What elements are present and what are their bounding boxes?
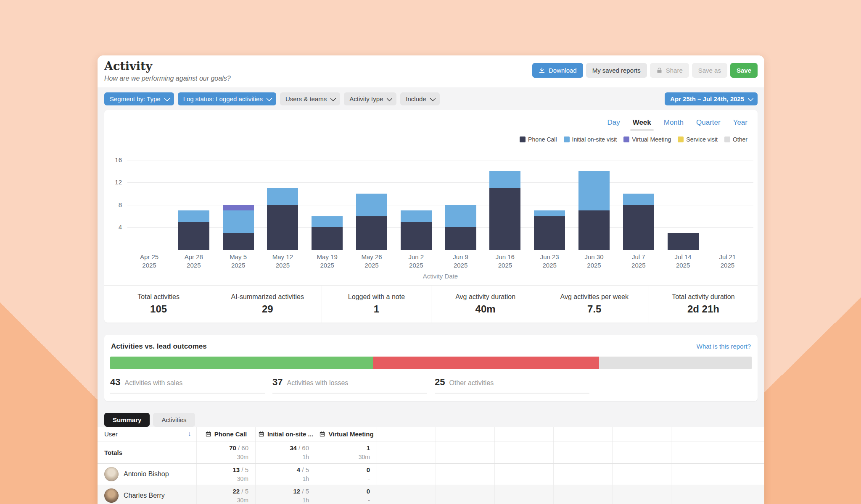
legend-label: Phone Call xyxy=(528,136,557,143)
stat-label: Avg activities per week xyxy=(560,293,629,301)
x-axis-label-year: 2025 xyxy=(127,261,172,270)
chevron-down-icon xyxy=(266,95,272,101)
bar-segment xyxy=(534,216,565,250)
x-axis-label-year: 2025 xyxy=(349,261,394,270)
filter-chip-label: Activity type xyxy=(349,95,383,102)
bar-segment xyxy=(223,233,254,250)
empty-column-header xyxy=(612,427,671,441)
stat-cell: Total activities105 xyxy=(104,286,213,323)
stat-cell: AI-summarized activities29 xyxy=(213,286,322,323)
bar-may-12[interactable] xyxy=(267,188,298,250)
metric-count: 0 xyxy=(367,488,370,495)
table-row: Charles Berry22 / 530m12 / 51h0- xyxy=(98,485,764,504)
x-axis-label-year: 2025 xyxy=(438,261,483,270)
filter-chip[interactable]: Include xyxy=(400,92,439,105)
outcomes-stat-label: Activities with losses xyxy=(287,379,348,387)
x-axis-title: Activity Date xyxy=(127,273,753,280)
empty-cell xyxy=(494,464,553,485)
x-axis-label: Jul 72025 xyxy=(616,253,661,270)
bar-segment xyxy=(178,222,209,250)
metric-top-line: 0 xyxy=(367,487,370,496)
bar-jun-2[interactable] xyxy=(401,210,432,250)
granularity-tab-week[interactable]: Week xyxy=(633,118,651,131)
outcomes-stat: 37Activities with losses xyxy=(272,377,427,394)
bar-apr-28[interactable] xyxy=(178,210,209,250)
bar-may-19[interactable] xyxy=(312,216,343,250)
empty-cell xyxy=(730,464,764,485)
x-axis-label-date: Apr 28 xyxy=(172,253,216,261)
empty-cell xyxy=(671,441,730,463)
download-icon xyxy=(539,67,545,74)
download-button[interactable]: Download xyxy=(532,63,583,78)
my-saved-reports-button[interactable]: My saved reports xyxy=(586,63,647,78)
outcomes-stats: 43Activities with sales37Activities with… xyxy=(110,377,589,394)
metric-cell: 0- xyxy=(316,464,377,485)
metric-goal: / 5 xyxy=(240,466,248,473)
metric-top-line: 34 / 60 xyxy=(290,444,309,453)
date-range-selector[interactable]: Apr 25th – Jul 24th, 2025 xyxy=(665,92,758,105)
metric-values: 0- xyxy=(367,487,370,504)
metric-count: 1 xyxy=(367,444,370,452)
table-tab-activities[interactable]: Activities xyxy=(153,413,195,427)
metric-goal: / 5 xyxy=(300,466,309,473)
what-is-this-report-link[interactable]: What is this report? xyxy=(697,343,751,350)
bar-segment xyxy=(489,171,520,188)
metric-goal: / 60 xyxy=(236,444,248,452)
outcomes-stat: 43Activities with sales xyxy=(110,377,265,394)
user-cell[interactable]: Antonio Bishop xyxy=(98,464,196,485)
save-as-button[interactable]: Save as xyxy=(692,63,727,78)
legend-swatch xyxy=(564,136,570,142)
metric-top-line: 13 / 5 xyxy=(232,465,248,475)
bar-jun-16[interactable] xyxy=(489,171,520,250)
column-header-virtual-meeting[interactable]: Virtual Meeting xyxy=(316,427,377,441)
totals-label: Totals xyxy=(104,449,122,456)
bar-jul-14[interactable] xyxy=(668,233,699,250)
filter-chip[interactable]: Log status: Logged activities xyxy=(178,92,276,105)
column-header-phone-call[interactable]: Phone Call xyxy=(196,427,255,441)
stat-cell: Avg activities per week7.5 xyxy=(540,286,649,323)
x-axis-label: Jul 212025 xyxy=(705,253,750,270)
x-axis-label-year: 2025 xyxy=(483,261,527,270)
y-axis-tick: 12 xyxy=(107,178,122,186)
column-header-initial-on-site-[interactable]: Initial on-site ... xyxy=(255,427,316,441)
empty-cell xyxy=(612,485,671,504)
metric-top-line: 22 / 5 xyxy=(232,487,248,496)
metric-duration: - xyxy=(367,475,370,483)
bar-may-26[interactable] xyxy=(356,194,387,250)
bar-jul-7[interactable] xyxy=(623,194,654,250)
x-axis-label-year: 2025 xyxy=(394,261,438,270)
share-button[interactable]: Share xyxy=(650,63,689,78)
totals-row: Totals70 / 6030m34 / 601h130m xyxy=(98,441,764,464)
bar-jun-9[interactable] xyxy=(445,205,476,250)
filter-chip[interactable]: Segment by: Type xyxy=(104,92,174,105)
metric-cell: 22 / 530m xyxy=(196,485,255,504)
gridline xyxy=(127,227,753,228)
metric-values: 70 / 6030m xyxy=(229,444,248,461)
legend-swatch xyxy=(678,136,684,142)
x-axis-label: Jun 232025 xyxy=(527,253,572,270)
metric-top-line: 4 / 5 xyxy=(297,465,309,475)
summary-stats-row: Total activities105AI-summarized activit… xyxy=(104,285,758,323)
column-header-user[interactable]: User↓ xyxy=(98,427,196,441)
user-cell[interactable]: Charles Berry xyxy=(98,485,196,504)
report-window: Activity How are we performing against o… xyxy=(98,55,764,504)
bar-jun-23[interactable] xyxy=(534,210,565,250)
empty-cell xyxy=(671,464,730,485)
bar-may-5[interactable] xyxy=(223,205,254,250)
granularity-tab-year[interactable]: Year xyxy=(733,118,747,131)
save-button[interactable]: Save xyxy=(730,63,758,78)
filter-chip[interactable]: Activity type xyxy=(344,92,396,105)
x-axis-label-year: 2025 xyxy=(527,261,572,270)
chevron-down-icon xyxy=(387,95,393,101)
stat-label: Logged with a note xyxy=(348,293,405,301)
empty-cell xyxy=(671,485,730,504)
stat-value: 105 xyxy=(150,303,167,315)
granularity-tab-day[interactable]: Day xyxy=(607,118,620,131)
bar-jun-30[interactable] xyxy=(578,171,610,250)
avatar xyxy=(104,488,119,503)
granularity-tab-quarter[interactable]: Quarter xyxy=(696,118,721,131)
table-tab-summary[interactable]: Summary xyxy=(104,413,150,427)
filter-chip[interactable]: Users & teams xyxy=(280,92,340,105)
column-header-label: Initial on-site ... xyxy=(267,430,313,438)
granularity-tab-month[interactable]: Month xyxy=(664,118,684,131)
